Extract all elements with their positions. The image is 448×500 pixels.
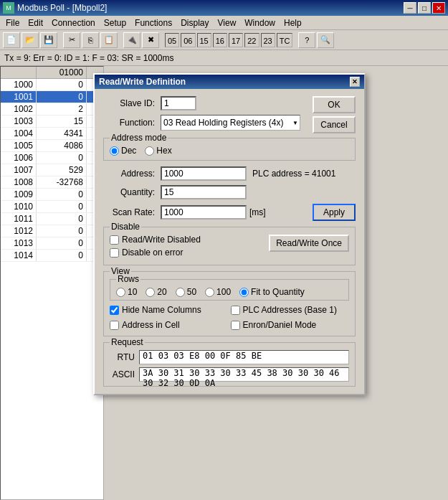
tb-about[interactable]: 🔍 xyxy=(317,32,334,48)
status-bar: Tx = 9: Err = 0: ID = 1: F = 03: SR = 10… xyxy=(0,50,448,66)
tb-label-06: 06 xyxy=(181,33,195,47)
tb-paste[interactable]: 📋 xyxy=(100,32,118,48)
row100-label[interactable]: 100 xyxy=(205,287,231,297)
menu-view[interactable]: View xyxy=(214,16,241,29)
address-in-cell-text: Address in Cell xyxy=(122,320,180,330)
row20-label[interactable]: 20 xyxy=(146,287,166,297)
dec-label-text: Dec xyxy=(121,146,136,156)
request-label-text: Request xyxy=(110,337,145,347)
main-area: 01000 1000 0 1001 0 1002 2 1003 15 1004 … xyxy=(0,66,448,500)
scan-rate-unit: [ms] xyxy=(249,207,266,217)
view-section: View Rows 10 20 xyxy=(103,271,356,336)
rtu-label: RTU xyxy=(110,352,135,362)
slave-id-input[interactable] xyxy=(161,96,196,110)
tb-copy[interactable]: ⎘ xyxy=(82,32,99,48)
radio-dec[interactable] xyxy=(110,146,119,156)
hide-name-cols-checkbox[interactable] xyxy=(110,306,119,315)
menu-functions[interactable]: Functions xyxy=(130,16,176,29)
hex-label-text: Hex xyxy=(156,146,171,156)
hide-name-cols-text: Hide Name Columns xyxy=(122,305,201,315)
slave-id-label: Slave ID: xyxy=(103,98,161,108)
plc-addresses-checkbox[interactable] xyxy=(231,306,240,315)
tb-label-22: 22 xyxy=(244,33,259,47)
tb-label-15: 15 xyxy=(197,33,211,47)
read-write-once-button[interactable]: Read/Write Once xyxy=(269,235,349,252)
row20-text: 20 xyxy=(157,287,166,297)
apply-button[interactable]: Apply xyxy=(313,204,356,221)
address-label: Address: xyxy=(103,169,161,179)
rows-label-text: Rows xyxy=(116,274,140,284)
dialog-overlay: Read/Write Definition ✕ Slave ID: Functi… xyxy=(0,66,448,500)
menu-bar: File Edit Connection Setup Functions Dis… xyxy=(0,16,448,30)
row10-text: 10 xyxy=(128,287,137,297)
menu-connection[interactable]: Connection xyxy=(47,16,100,29)
hide-name-cols-label[interactable]: Hide Name Columns xyxy=(110,305,229,315)
function-label: Function: xyxy=(103,118,161,128)
tb-label-16: 16 xyxy=(213,33,227,47)
address-in-cell-checkbox[interactable] xyxy=(110,321,119,330)
radio-row50[interactable] xyxy=(176,288,185,297)
maximize-button[interactable]: □ xyxy=(418,2,431,14)
tb-disconnect[interactable]: ✖ xyxy=(142,32,159,48)
quantity-input[interactable] xyxy=(161,185,247,199)
enron-daniel-label[interactable]: Enron/Daniel Mode xyxy=(231,320,350,330)
tb-open[interactable]: 📂 xyxy=(22,32,39,48)
tb-label-05: 05 xyxy=(165,33,179,47)
row50-label[interactable]: 50 xyxy=(176,287,196,297)
scan-rate-input[interactable] xyxy=(161,205,247,220)
row10-label[interactable]: 10 xyxy=(116,287,137,297)
tb-connect[interactable]: 🔌 xyxy=(123,32,140,48)
menu-window[interactable]: Window xyxy=(240,16,280,29)
toolbar: 📄 📂 💾 ✂ ⎘ 📋 🔌 ✖ 05 06 15 16 17 22 23 TC … xyxy=(0,30,448,50)
address-input[interactable] xyxy=(161,166,247,181)
tb-cut[interactable]: ✂ xyxy=(63,32,80,48)
dialog-title-text: Read/Write Definition xyxy=(99,77,186,87)
menu-setup[interactable]: Setup xyxy=(100,16,130,29)
app-icon: M xyxy=(3,2,14,14)
minimize-button[interactable]: ─ xyxy=(404,2,416,14)
row-fit-text: Fit to Quantity xyxy=(251,287,305,297)
row50-text: 50 xyxy=(187,287,196,297)
row100-text: 100 xyxy=(216,287,231,297)
menu-help[interactable]: Help xyxy=(280,16,306,29)
enron-daniel-checkbox[interactable] xyxy=(231,321,240,330)
menu-file[interactable]: File xyxy=(1,16,24,29)
radio-hex-label[interactable]: Hex xyxy=(145,146,171,156)
rw-disabled-checkbox[interactable] xyxy=(110,235,119,245)
radio-row-fit[interactable] xyxy=(239,288,249,297)
scan-rate-label: Scan Rate: xyxy=(103,207,161,217)
quantity-label: Quantity: xyxy=(103,187,161,197)
view-checkboxes: Hide Name Columns PLC Addresses (Base 1)… xyxy=(110,305,349,333)
radio-row100[interactable] xyxy=(205,288,214,297)
menu-display[interactable]: Display xyxy=(176,16,213,29)
dialog-close-button[interactable]: ✕ xyxy=(350,77,360,87)
tb-new[interactable]: 📄 xyxy=(3,32,20,48)
radio-row20[interactable] xyxy=(146,288,155,297)
plc-addresses-text: PLC Addresses (Base 1) xyxy=(243,305,337,315)
disable-on-error-checkbox[interactable] xyxy=(110,248,119,258)
row-fit-label[interactable]: Fit to Quantity xyxy=(239,287,305,297)
ascii-label: ASCII xyxy=(110,369,135,379)
cancel-button[interactable]: Cancel xyxy=(313,116,356,133)
function-select[interactable]: 01 Read Coils (0x) 02 Read Discrete Inpu… xyxy=(161,115,300,131)
radio-hex[interactable] xyxy=(145,146,154,156)
disable-section: Disable Read/Write Disabled Disable on e… xyxy=(103,227,356,265)
tb-label-17: 17 xyxy=(229,33,243,47)
ok-button[interactable]: OK xyxy=(313,96,356,113)
plc-addresses-label[interactable]: PLC Addresses (Base 1) xyxy=(231,305,350,315)
status-text: Tx = 9: Err = 0: ID = 1: F = 03: SR = 10… xyxy=(4,53,173,63)
address-mode-section: Address mode Dec Hex xyxy=(103,138,356,161)
tb-help[interactable]: ? xyxy=(298,32,315,48)
address-in-cell-label[interactable]: Address in Cell xyxy=(110,320,229,330)
tb-save[interactable]: 💾 xyxy=(40,32,57,48)
title-bar: M Modbus Poll - [Mbpoll2] ─ □ ✕ xyxy=(0,0,448,16)
close-button[interactable]: ✕ xyxy=(432,2,445,14)
radio-dec-label[interactable]: Dec xyxy=(110,146,136,156)
ascii-value: 3A 30 31 30 33 30 33 45 38 30 30 30 46 3… xyxy=(139,367,349,382)
tb-label-tc: TC xyxy=(277,33,293,47)
rows-section: Rows 10 20 50 xyxy=(110,279,349,301)
enron-daniel-text: Enron/Daniel Mode xyxy=(243,320,317,330)
tb-label-23: 23 xyxy=(261,33,275,47)
radio-row10[interactable] xyxy=(116,288,125,297)
menu-edit[interactable]: Edit xyxy=(24,16,47,29)
